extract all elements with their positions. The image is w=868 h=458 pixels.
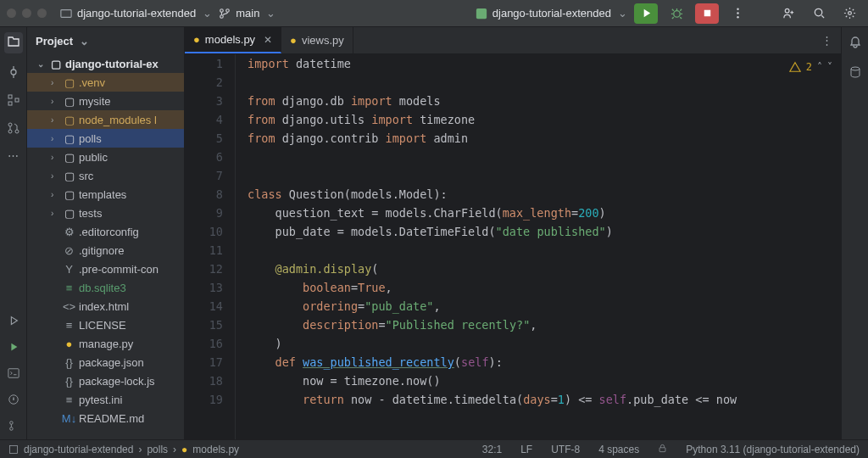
tabs-more-button[interactable]: ⋮ (813, 27, 841, 53)
prev-highlight-button[interactable]: ˄ (817, 58, 822, 76)
line-separator[interactable]: LF (520, 444, 532, 455)
vcs-tool-button[interactable] (8, 420, 19, 434)
editor-code[interactable]: import datetime from django.db import mo… (236, 54, 841, 439)
tree-item[interactable]: ›▢public (27, 148, 184, 166)
svg-point-23 (9, 427, 13, 431)
readonly-toggle[interactable] (658, 444, 667, 455)
commit-tool-button[interactable] (7, 65, 20, 81)
chevron-down-icon: ⌄ (203, 7, 212, 20)
close-tab-button[interactable]: ✕ (264, 34, 272, 46)
next-highlight-button[interactable]: ˅ (827, 58, 832, 76)
project-panel-header[interactable]: Project ⌄ (27, 27, 184, 54)
tree-item[interactable]: Y.pre-commit-con (27, 260, 184, 278)
caret-position[interactable]: 32:1 (482, 444, 502, 455)
svg-point-11 (815, 8, 821, 15)
svg-point-22 (9, 422, 13, 425)
svg-rect-6 (704, 10, 710, 17)
status-bar: django-tutorial-extended › polls › ● mod… (0, 439, 868, 458)
svg-rect-14 (8, 95, 12, 98)
python-interpreter[interactable]: Python 3.11 (django-tutorial-extended) (686, 444, 860, 455)
project-selector[interactable]: django-tutorial-extended ⌄ (60, 7, 212, 20)
tree-item[interactable]: M↓README.md (27, 409, 184, 427)
tree-item[interactable]: ›▢node_modules l (27, 110, 184, 129)
svg-point-1 (220, 8, 224, 12)
editor-tab[interactable]: ●views.py (281, 27, 353, 53)
stop-button[interactable] (695, 3, 719, 24)
debug-button[interactable] (665, 3, 688, 24)
project-tree[interactable]: ⌄▢django-tutorial-ex›▢.venv›▢mysite›▢nod… (27, 54, 184, 439)
editor-tab[interactable]: ●models.py✕ (185, 27, 281, 53)
svg-point-8 (737, 12, 738, 14)
tree-item[interactable]: ⚙.editorconfig (27, 222, 184, 241)
codewithme-button[interactable] (776, 3, 800, 24)
tree-item[interactable]: ›▢src (27, 166, 184, 185)
left-tool-rail: ⋯ (0, 27, 27, 439)
branch-icon (219, 8, 231, 20)
problems-tool-button[interactable] (8, 394, 19, 408)
svg-point-2 (220, 14, 224, 18)
tree-item[interactable]: ›▢polls (27, 129, 184, 148)
tree-item[interactable]: ›▢mysite (27, 92, 184, 110)
notifications-button[interactable] (849, 36, 862, 52)
services-tool-button[interactable] (8, 315, 19, 329)
terminal-tool-button[interactable] (8, 367, 19, 382)
run-config-name: django-tutorial-extended (492, 7, 611, 20)
right-tool-rail (841, 27, 868, 439)
play-icon (640, 7, 653, 20)
tree-item[interactable]: ≡pytest.ini (27, 390, 184, 409)
svg-rect-26 (659, 447, 665, 451)
tree-item[interactable]: {}package.json (27, 353, 184, 371)
tree-item[interactable]: ≡db.sqlite3 (27, 278, 184, 297)
svg-rect-15 (8, 102, 12, 105)
more-tools-button[interactable]: ⋯ (8, 149, 19, 162)
svg-point-12 (848, 12, 851, 15)
file-encoding[interactable]: UTF-8 (551, 444, 580, 455)
warning-count: 2 (806, 58, 812, 76)
tree-item[interactable]: ›▢templates (27, 185, 184, 204)
tree-root[interactable]: ⌄▢django-tutorial-ex (27, 54, 184, 73)
editor-gutter[interactable]: 12345678910111213141516171819 (185, 54, 236, 439)
chevron-down-icon: ⌄ (266, 7, 275, 20)
tree-item[interactable]: ›▢.venv (27, 73, 184, 92)
svg-point-18 (8, 130, 12, 133)
database-tool-button[interactable] (849, 65, 862, 81)
project-tool-button[interactable] (4, 32, 23, 53)
person-plus-icon (782, 7, 795, 20)
tree-item[interactable]: {}package-lock.js (27, 371, 184, 390)
indent-config[interactable]: 4 spaces (598, 444, 639, 455)
run-button[interactable] (634, 3, 658, 24)
breadcrumb[interactable]: django-tutorial-extended › polls › ● mod… (8, 444, 239, 455)
run-tool-button[interactable] (8, 341, 19, 355)
project-icon (60, 8, 72, 20)
chevron-down-icon: ⌄ (618, 7, 627, 20)
structure-tool-button[interactable] (7, 93, 20, 109)
svg-rect-20 (8, 369, 18, 378)
gear-icon (843, 7, 856, 20)
search-icon (813, 7, 826, 20)
more-actions-button[interactable] (726, 3, 749, 24)
svg-point-5 (673, 11, 680, 18)
django-config-icon (476, 8, 487, 20)
editor[interactable]: 2 ˄ ˅ 12345678910111213141516171819 impo… (185, 54, 841, 439)
search-button[interactable] (807, 3, 831, 24)
project-panel: Project ⌄ ⌄▢django-tutorial-ex›▢.venv›▢m… (27, 27, 185, 439)
tree-item[interactable]: ⊘.gitignore (27, 241, 184, 260)
tree-item[interactable]: ≡LICENSE (27, 316, 184, 334)
svg-rect-25 (10, 445, 18, 453)
svg-point-10 (785, 8, 789, 13)
svg-rect-4 (476, 8, 487, 18)
run-config-selector[interactable]: django-tutorial-extended ⌄ (476, 7, 627, 20)
window-controls[interactable] (7, 8, 47, 18)
pull-requests-button[interactable] (7, 121, 20, 137)
branch-selector[interactable]: main ⌄ (219, 7, 275, 20)
tree-item[interactable]: ›▢tests (27, 204, 184, 222)
bug-icon (670, 7, 683, 20)
tree-item[interactable]: ●manage.py (27, 334, 184, 353)
settings-button[interactable] (837, 3, 861, 24)
svg-point-17 (8, 123, 12, 126)
python-icon: ● (290, 34, 297, 47)
svg-rect-16 (15, 98, 19, 102)
svg-point-24 (851, 67, 860, 70)
tree-item[interactable]: <>index.html (27, 297, 184, 316)
inspections-widget[interactable]: 2 ˄ ˅ (789, 58, 832, 76)
